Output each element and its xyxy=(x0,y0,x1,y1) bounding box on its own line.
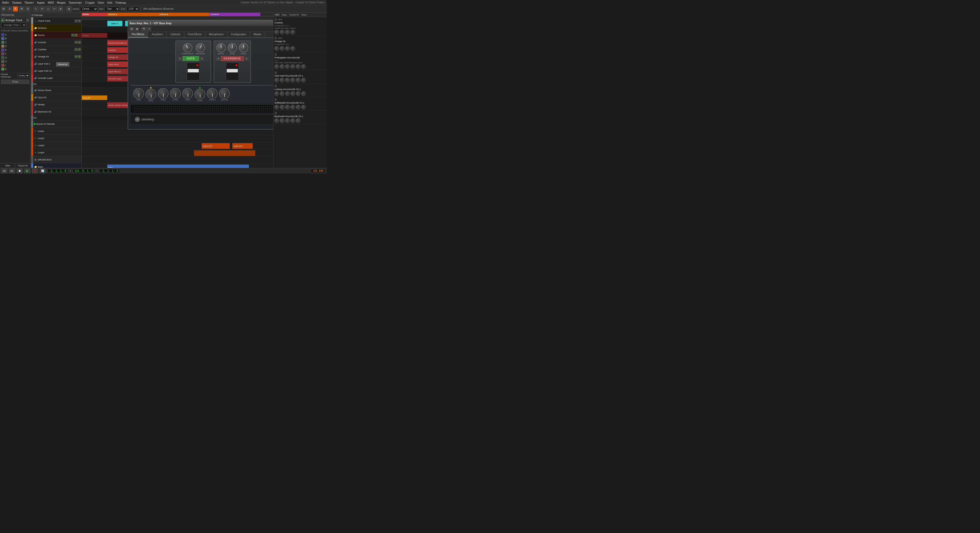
crashes-mute[interactable]: M xyxy=(75,48,78,51)
track-drums-bus[interactable]: ⊞ DRUMS BUS xyxy=(31,156,81,163)
panel-tab-vst[interactable]: VST. xyxy=(275,14,280,16)
track-loop3[interactable]: + Loop3 xyxy=(31,142,81,149)
basdoubl-knob5[interactable] xyxy=(296,118,301,123)
overdrive-fader-handle[interactable] xyxy=(227,69,238,73)
lurking-knob6[interactable] xyxy=(301,91,306,96)
vst-tab-posteffects[interactable]: Post-Effects xyxy=(184,32,205,38)
pulsing-knob5[interactable] xyxy=(296,64,301,69)
softwav-knob5[interactable] xyxy=(296,105,301,109)
mode-btn-m[interactable]: M xyxy=(1,6,6,11)
clubmad-knob6[interactable] xyxy=(301,78,306,82)
track-list-collapse[interactable]: ▾ xyxy=(32,14,33,16)
clip-loop3-2[interactable]: Loop3 (15 l) xyxy=(232,143,253,149)
track-layer-kick1[interactable]: 🔊 Layer Kick 1 Монитор xyxy=(31,60,81,67)
panel-tab-mast[interactable]: Маст. xyxy=(301,14,307,16)
vst-arrow-btn[interactable]: ▾ xyxy=(147,27,151,31)
vst-tab-configuration[interactable]: Configuration xyxy=(228,32,250,38)
arranger-e-btn[interactable]: E xyxy=(26,19,29,22)
pulsing-knob2[interactable] xyxy=(280,64,285,69)
track-hihats[interactable]: 🔊 HiHats xyxy=(31,101,81,108)
event-row-d[interactable]: D xyxy=(1,44,29,48)
accents-solo[interactable]: S xyxy=(78,41,81,44)
softwav-knob4[interactable] xyxy=(291,105,295,109)
track-bass-folder[interactable]: 📁 Bass xyxy=(31,163,81,168)
gate-button[interactable]: GATE xyxy=(183,56,199,61)
vintage-knob1[interactable] xyxy=(274,46,279,51)
tool-select[interactable]: ↖ xyxy=(33,6,38,11)
eq-master-knob[interactable] xyxy=(219,88,230,99)
menu-midi[interactable]: MIDI xyxy=(48,1,54,4)
inspector-stop-btn[interactable]: Стоп xyxy=(1,79,29,84)
menu-hub[interactable]: Hub xyxy=(107,1,112,4)
event-row-k[interactable]: K xyxy=(1,67,29,71)
vintage-knob3[interactable] xyxy=(285,46,290,51)
track-acoustic-layer[interactable]: 🔊 Acoustic Layer xyxy=(31,75,81,82)
clubmad-knob5[interactable] xyxy=(296,78,301,82)
mode-btn-r[interactable]: R xyxy=(13,6,18,11)
pulsing-knob4[interactable] xyxy=(291,64,295,69)
track-fx-folder[interactable]: FX xyxy=(31,82,81,87)
menu-edit[interactable]: Правка xyxy=(12,1,21,4)
eq-himid-knob[interactable] xyxy=(194,89,205,100)
eq-freq2-knob[interactable] xyxy=(182,88,193,99)
track-ozzy-kit[interactable]: 🔊 Ozzy Kit xyxy=(31,94,81,101)
menu-file[interactable]: Файл xyxy=(2,1,9,4)
release-knob[interactable] xyxy=(196,43,205,52)
clip-loop4[interactable] xyxy=(194,150,255,156)
transport-loop[interactable]: 🔄 xyxy=(40,169,45,173)
eq-bass-knob[interactable] xyxy=(145,89,156,100)
track-chord[interactable]: ♩ Chord Track E M xyxy=(31,17,81,24)
lurking-knob2[interactable] xyxy=(280,91,285,96)
transport-stop[interactable]: ⏹ xyxy=(17,169,22,173)
tab-track[interactable]: Трек xyxy=(0,163,15,168)
gate-fader[interactable] xyxy=(187,62,200,80)
tone-knob[interactable] xyxy=(228,43,237,52)
basdoubl-knob3[interactable] xyxy=(285,118,290,123)
menu-media[interactable]: Медиа xyxy=(57,1,65,4)
tool-zoom[interactable]: ⊕ xyxy=(58,6,63,11)
level-knob[interactable] xyxy=(239,43,248,52)
mode-btn-w[interactable]: W xyxy=(19,6,24,11)
drums-solo[interactable]: S xyxy=(75,34,78,37)
overdrive-nav-left[interactable]: ◀ xyxy=(216,57,220,60)
panel-tab-control[interactable]: Control R. xyxy=(289,14,299,16)
crashes-knob3[interactable] xyxy=(285,30,290,35)
event-row-i[interactable]: I xyxy=(1,63,29,67)
vintage-solo[interactable]: S xyxy=(78,55,81,58)
menu-transport[interactable]: Транспорт xyxy=(69,1,82,4)
mode-select[interactable]: Конец xyxy=(18,73,30,78)
lurking-knob1[interactable] xyxy=(274,91,279,96)
track-crashes[interactable]: 🔊 Crashes M S xyxy=(31,46,81,53)
vst-tab-cabinets[interactable]: Cabinets xyxy=(167,32,184,38)
menu-window[interactable]: Окно xyxy=(97,1,104,4)
basdoubl-knob4[interactable] xyxy=(291,118,295,123)
softwav-knob1[interactable] xyxy=(274,105,279,109)
track-sections[interactable]: 📁 Sections xyxy=(31,24,81,32)
quantize-select[interactable]: 1/16 xyxy=(126,6,139,11)
beat-select[interactable]: Такт xyxy=(104,6,120,11)
gate-nav-left[interactable]: ◀ xyxy=(178,57,181,60)
tool-erase[interactable]: ◇ xyxy=(46,6,51,11)
transport-fast-forward[interactable]: ⏭ xyxy=(9,169,15,173)
softwav-knob6[interactable] xyxy=(301,105,306,109)
basdoubl-knob1[interactable] xyxy=(274,118,279,123)
track-fx2-folder[interactable]: FX xyxy=(31,115,81,121)
mode-btn-s[interactable]: S xyxy=(7,6,12,11)
clubmad-knob3[interactable] xyxy=(285,78,290,82)
tool-scissors[interactable]: ✂ xyxy=(52,6,57,11)
track-loop4[interactable]: + Loop4 xyxy=(31,149,81,156)
snap-btn[interactable]: ⊞ xyxy=(66,6,72,11)
eq-lomid-knob[interactable] xyxy=(170,88,181,99)
event-row-a[interactable]: A xyxy=(1,33,29,36)
event-row-g[interactable]: G xyxy=(1,56,29,59)
menu-studio[interactable]: Студия xyxy=(85,1,94,4)
overdrive-button[interactable]: OVERDRIVE xyxy=(221,56,244,61)
clip-bass[interactable]: Bass xyxy=(107,165,249,168)
event-row-c[interactable]: C xyxy=(1,41,29,44)
event-row-b[interactable]: B xyxy=(1,37,29,40)
vst-tab-microphones[interactable]: Microphones xyxy=(205,32,227,38)
event-row-f[interactable]: F xyxy=(1,52,29,56)
pulsing-knob1[interactable] xyxy=(274,64,279,69)
basdoubl-knob2[interactable] xyxy=(280,118,285,123)
vst-power-btn[interactable]: ⏻ xyxy=(129,27,134,31)
